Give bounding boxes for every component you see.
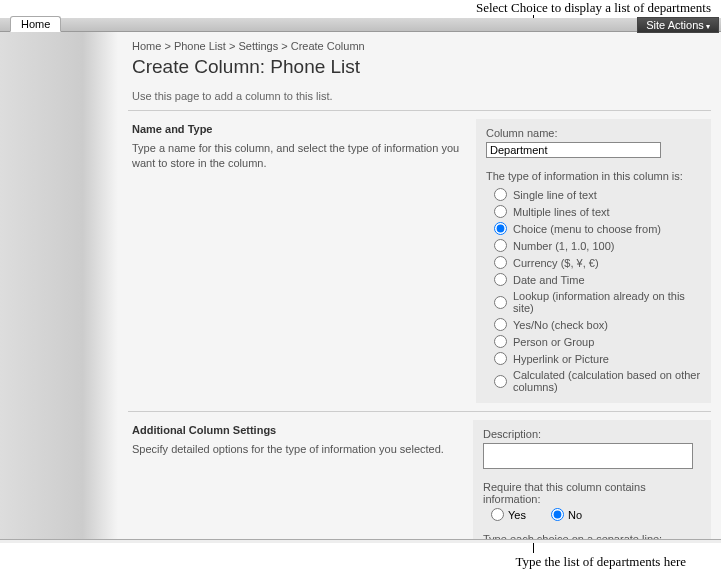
type-choice[interactable]: Choice (menu to choose from) [486, 220, 701, 237]
section-title-name-type: Name and Type [132, 123, 464, 135]
page-instruction: Use this page to add a column to this li… [128, 86, 711, 106]
site-actions-menu[interactable]: Site Actions [637, 17, 719, 33]
type-single-line[interactable]: Single line of text [486, 186, 701, 203]
require-yes-radio[interactable]: Yes [483, 508, 526, 521]
section-desc-additional: Specify detailed options for the type of… [132, 442, 461, 457]
top-nav-bar: Home Site Actions [0, 18, 721, 32]
annotation-bottom: Type the list of departments here [515, 554, 686, 570]
type-person-group[interactable]: Person or Group [486, 333, 701, 350]
type-multi-line[interactable]: Multiple lines of text [486, 203, 701, 220]
description-input[interactable] [483, 443, 693, 469]
left-nav-spacer [0, 32, 118, 543]
require-label: Require that this column contains inform… [483, 481, 701, 505]
breadcrumb-item: Create Column [291, 40, 365, 52]
column-type-label: The type of information in this column i… [486, 170, 701, 182]
annotation-top: Select Choice to display a list of depar… [476, 0, 711, 16]
type-number[interactable]: Number (1, 1.0, 100) [486, 237, 701, 254]
column-name-input[interactable] [486, 142, 661, 158]
type-calculated[interactable]: Calculated (calculation based on other c… [486, 367, 701, 395]
require-no-radio[interactable]: No [543, 508, 582, 521]
window-bottom-edge [0, 539, 721, 543]
breadcrumb: Home > Phone List > Settings > Create Co… [128, 38, 711, 54]
description-label: Description: [483, 428, 701, 440]
breadcrumb-item[interactable]: Home [132, 40, 161, 52]
column-type-radio-list: Single line of text Multiple lines of te… [486, 186, 701, 395]
column-name-label: Column name: [486, 127, 701, 139]
page-title: Create Column: Phone List [128, 54, 711, 86]
home-tab[interactable]: Home [10, 16, 61, 32]
additional-settings-section: Additional Column Settings Specify detai… [128, 411, 711, 543]
name-and-type-section: Name and Type Type a name for this colum… [128, 110, 711, 411]
type-currency[interactable]: Currency ($, ¥, €) [486, 254, 701, 271]
section-title-additional: Additional Column Settings [132, 424, 461, 436]
type-yes-no[interactable]: Yes/No (check box) [486, 316, 701, 333]
type-date-time[interactable]: Date and Time [486, 271, 701, 288]
section-desc-name-type: Type a name for this column, and select … [132, 141, 464, 172]
breadcrumb-item[interactable]: Settings [238, 40, 278, 52]
type-hyperlink-picture[interactable]: Hyperlink or Picture [486, 350, 701, 367]
breadcrumb-item[interactable]: Phone List [174, 40, 226, 52]
type-lookup[interactable]: Lookup (information already on this site… [486, 288, 701, 316]
